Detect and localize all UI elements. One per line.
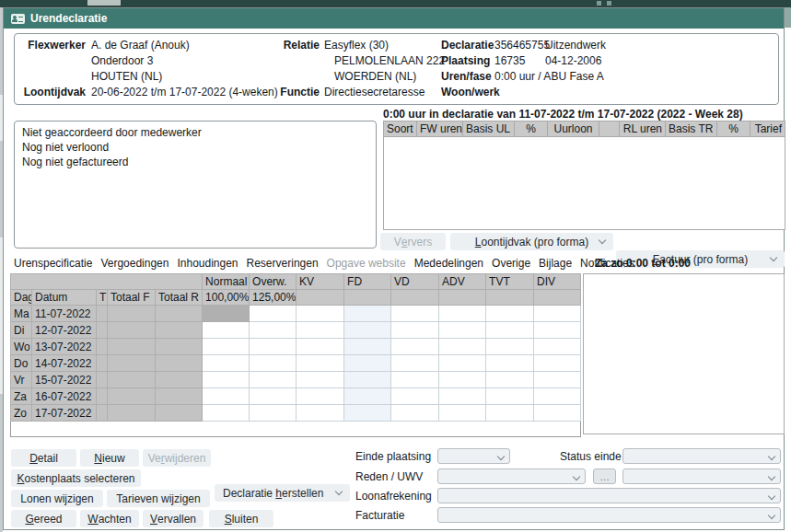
vervallen-button[interactable]: Vervallen: [143, 510, 204, 527]
grid-cell[interactable]: [250, 339, 297, 355]
grid-cell[interactable]: [297, 388, 344, 405]
grid-cell[interactable]: [486, 322, 534, 339]
day-label: Zo: [11, 405, 32, 422]
grid-cell[interactable]: [344, 339, 391, 355]
einde-plaatsing-select[interactable]: [437, 448, 510, 464]
declaratie-herstellen-dropdown[interactable]: Declaratie herstellen: [215, 484, 350, 502]
grid-cell[interactable]: [439, 388, 486, 405]
uwv-select[interactable]: [622, 468, 781, 484]
grid-header-div: DIV: [534, 274, 581, 290]
grid-cell-selected[interactable]: [203, 306, 250, 322]
plaatsing-date: 04-12-2006: [545, 54, 601, 67]
grid-cell[interactable]: [203, 405, 250, 422]
grid-cell[interactable]: [486, 339, 534, 355]
tab-reserveringen[interactable]: Reserveringen: [247, 257, 319, 270]
grid-header-totaal-f: Totaal F: [108, 290, 156, 306]
tab-bijlage[interactable]: Bijlage: [539, 257, 572, 270]
grid-header-pct-overw: 125,00%: [250, 290, 297, 306]
grid-cell[interactable]: [297, 339, 344, 355]
status-einde-select[interactable]: [622, 448, 781, 464]
urendeclaratie-window: Urendeclaratie Flexwerker A. de Graaf (A…: [3, 7, 785, 530]
wachten-button[interactable]: Wachten: [80, 510, 139, 527]
loonafrekening-select[interactable]: [437, 488, 781, 503]
grid-cell[interactable]: [486, 388, 534, 405]
grid-cell[interactable]: [534, 306, 581, 322]
grid-cell[interactable]: [344, 388, 391, 405]
col-rl-uren: RL uren: [619, 121, 665, 137]
grid-cell[interactable]: [486, 355, 534, 372]
grid-cell[interactable]: [534, 388, 581, 405]
grid-cell[interactable]: [250, 322, 297, 339]
grid-cell[interactable]: [391, 388, 439, 405]
grid-cell[interactable]: [203, 372, 250, 388]
grid-cell[interactable]: [297, 322, 344, 339]
grid-cell[interactable]: [250, 372, 297, 388]
grid-cell[interactable]: [344, 306, 391, 322]
grid-cell[interactable]: [203, 355, 250, 372]
grid-cell[interactable]: [203, 339, 250, 355]
grid-cell[interactable]: [344, 355, 391, 372]
grid-cell[interactable]: [391, 339, 439, 355]
grid-cell[interactable]: [486, 372, 534, 388]
day-label: Ma: [11, 306, 32, 322]
totaal-r-cell: [156, 322, 203, 339]
totaal-f-cell: [108, 339, 156, 355]
grid-cell[interactable]: [391, 322, 439, 339]
grid-header-empty: [439, 290, 486, 306]
tab-vergoedingen[interactable]: Vergoedingen: [100, 257, 169, 270]
tab-mededelingen[interactable]: Mededelingen: [414, 257, 483, 270]
einde-plaatsing-label: Einde plaatsing: [355, 450, 431, 463]
grid-cell[interactable]: [534, 405, 581, 422]
grid-cell[interactable]: [203, 388, 250, 405]
lonen-wijzigen-button[interactable]: Lonen wijzigen: [11, 490, 103, 507]
background-window-right-edge: [785, 7, 791, 28]
grid-cell[interactable]: [391, 355, 439, 372]
ellipsis-button[interactable]: …: [593, 468, 616, 484]
sluiten-button[interactable]: Sluiten: [209, 510, 273, 527]
facturatie-select[interactable]: [437, 507, 781, 523]
chevron-down-icon: [770, 254, 777, 261]
grid-cell[interactable]: [534, 339, 581, 355]
grid-cell[interactable]: [439, 339, 486, 355]
grid-cell[interactable]: [439, 372, 486, 388]
grid-cell[interactable]: [391, 372, 439, 388]
grid-cell[interactable]: [344, 405, 391, 422]
grid-cell[interactable]: [344, 372, 391, 388]
grid-cell[interactable]: [486, 306, 534, 322]
grid-cell[interactable]: [391, 306, 439, 322]
status-line: Niet geaccordeerd door medewerker: [22, 125, 368, 140]
grid-cell[interactable]: [439, 355, 486, 372]
reden-select[interactable]: [437, 468, 586, 484]
grid-cell[interactable]: [391, 405, 439, 422]
grid-cell[interactable]: [534, 322, 581, 339]
grid-cell[interactable]: [344, 322, 391, 339]
grid-cell[interactable]: [297, 306, 344, 322]
grid-cell[interactable]: [297, 355, 344, 372]
loontijdvak-proforma-dropdown[interactable]: Loontijdvak (pro forma): [450, 233, 613, 250]
kostenplaats-selecteren-button[interactable]: Kostenplaats selecteren: [11, 469, 141, 487]
grid-cell[interactable]: [439, 306, 486, 322]
grid-cell[interactable]: [250, 355, 297, 372]
rate-table-header: Soort FW uren Basis UL % Uurloon RL uren…: [383, 121, 785, 137]
grid-cell[interactable]: [297, 372, 344, 388]
grid-cell[interactable]: [297, 405, 344, 422]
grid-cell[interactable]: [439, 322, 486, 339]
grid-cell[interactable]: [439, 405, 486, 422]
gereed-button[interactable]: Gereed: [11, 510, 76, 527]
grid-cell[interactable]: [203, 322, 250, 339]
grid-cell[interactable]: [250, 388, 297, 405]
grid-cell[interactable]: [250, 405, 297, 422]
day-label: Wo: [11, 339, 32, 355]
functie-label: Functie: [217, 86, 320, 98]
tab-urenspecificatie[interactable]: Urenspecificatie: [14, 257, 92, 270]
detail-button[interactable]: Detail: [11, 449, 76, 467]
grid-cell[interactable]: [534, 355, 581, 372]
notes-panel: [583, 273, 785, 434]
nieuw-button[interactable]: Nieuw: [80, 449, 139, 467]
grid-cell[interactable]: [250, 306, 297, 322]
tab-overige[interactable]: Overige: [492, 257, 530, 270]
tab-inhoudingen[interactable]: Inhoudingen: [177, 257, 238, 270]
tarieven-wijzigen-button[interactable]: Tarieven wijzigen: [107, 490, 210, 507]
grid-cell[interactable]: [534, 372, 581, 388]
grid-cell[interactable]: [486, 405, 534, 422]
